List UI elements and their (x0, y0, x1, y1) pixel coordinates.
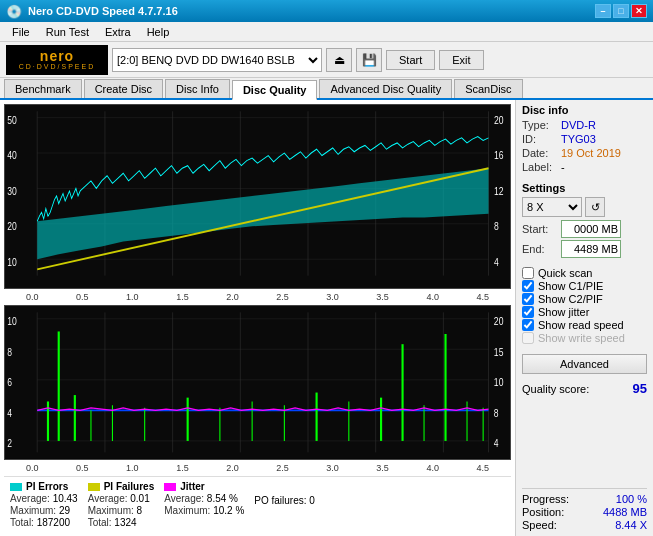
svg-text:40: 40 (7, 151, 17, 162)
top-chart: 50 40 30 20 10 20 16 12 8 4 (4, 104, 511, 289)
bottom-chart: 10 8 6 4 2 20 15 10 8 4 (4, 305, 511, 460)
svg-text:2: 2 (7, 438, 12, 450)
save-button[interactable]: 💾 (356, 48, 382, 72)
title-bar: 💿 Nero CD-DVD Speed 4.7.7.16 – □ ✕ (0, 0, 653, 22)
close-button[interactable]: ✕ (631, 4, 647, 18)
tabs: Benchmark Create Disc Disc Info Disc Qua… (0, 78, 653, 100)
nero-logo-text: nero (40, 49, 74, 63)
speed-label: Speed: (522, 519, 557, 531)
disc-id-row: ID: TYG03 (522, 133, 647, 145)
menu-help[interactable]: Help (139, 24, 178, 40)
show-c2-pif-checkbox[interactable] (522, 293, 534, 305)
menu-file[interactable]: File (4, 24, 38, 40)
end-mb-row: End: (522, 240, 647, 258)
disc-date-value: 19 Oct 2019 (561, 147, 621, 159)
tab-scandisc[interactable]: ScanDisc (454, 79, 522, 98)
svg-text:20: 20 (494, 115, 504, 126)
jitter-stat: Jitter Average: 8.54 % Maximum: 10.2 % (164, 481, 244, 528)
quality-score-label: Quality score: (522, 383, 589, 395)
pi-failures-avg: 0.01 (130, 493, 149, 504)
toolbar: nero CD·DVD/SPEED [2:0] BENQ DVD DD DW16… (0, 42, 653, 78)
settings-section: Settings 8 X ↺ Start: End: (522, 182, 647, 260)
refresh-button[interactable]: ↺ (585, 197, 605, 217)
show-jitter-row: Show jitter (522, 306, 647, 318)
svg-text:4: 4 (494, 257, 499, 268)
disc-label-value: - (561, 161, 565, 173)
start-mb-label: Start: (522, 223, 557, 235)
speed-value: 8.44 X (615, 519, 647, 531)
pi-errors-max: 29 (59, 505, 70, 516)
show-jitter-checkbox[interactable] (522, 306, 534, 318)
advanced-button[interactable]: Advanced (522, 354, 647, 374)
drive-select[interactable]: [2:0] BENQ DVD DD DW1640 BSLB (112, 48, 322, 72)
disc-id-value: TYG03 (561, 133, 596, 145)
pi-failures-label: PI Failures (104, 481, 155, 492)
show-c2-pif-label: Show C2/PIF (538, 293, 603, 305)
position-row: Position: 4488 MB (522, 506, 647, 518)
svg-rect-26 (5, 306, 510, 459)
show-c1-pie-checkbox[interactable] (522, 280, 534, 292)
quick-scan-label: Quick scan (538, 267, 592, 279)
exit-button[interactable]: Exit (439, 50, 483, 70)
top-chart-x-axis: 0.0 0.5 1.0 1.5 2.0 2.5 3.0 3.5 4.0 4.5 (4, 291, 511, 303)
pi-failures-color (88, 483, 100, 491)
eject-button[interactable]: ⏏ (326, 48, 352, 72)
minimize-button[interactable]: – (595, 4, 611, 18)
nero-logo: nero CD·DVD/SPEED (6, 45, 108, 75)
quality-score-row: Quality score: 95 (522, 381, 647, 396)
svg-text:50: 50 (7, 115, 17, 126)
maximize-button[interactable]: □ (613, 4, 629, 18)
speed-select[interactable]: 8 X (522, 197, 582, 217)
svg-text:15: 15 (494, 346, 504, 358)
end-mb-input[interactable] (561, 240, 621, 258)
tab-disc-info[interactable]: Disc Info (165, 79, 230, 98)
start-mb-input[interactable] (561, 220, 621, 238)
settings-title: Settings (522, 182, 647, 194)
chart-area: 50 40 30 20 10 20 16 12 8 4 0.0 0.5 1.0 … (0, 100, 515, 536)
tab-benchmark[interactable]: Benchmark (4, 79, 82, 98)
show-read-speed-row: Show read speed (522, 319, 647, 331)
svg-text:30: 30 (7, 186, 17, 197)
progress-row: Progress: 100 % (522, 493, 647, 505)
jitter-label: Jitter (180, 481, 204, 492)
start-button[interactable]: Start (386, 50, 435, 70)
svg-text:10: 10 (7, 316, 17, 328)
start-mb-row: Start: (522, 220, 647, 238)
position-value: 4488 MB (603, 506, 647, 518)
disc-id-label: ID: (522, 133, 557, 145)
jitter-max: 10.2 % (213, 505, 244, 516)
menu-run-test[interactable]: Run Test (38, 24, 97, 40)
show-read-speed-checkbox[interactable] (522, 319, 534, 331)
title-bar-title: Nero CD-DVD Speed 4.7.7.16 (28, 5, 595, 17)
quick-scan-checkbox[interactable] (522, 267, 534, 279)
position-label: Position: (522, 506, 564, 518)
pi-errors-avg: 10.43 (53, 493, 78, 504)
po-failures-stat: PO failures: 0 (254, 481, 315, 528)
progress-value: 100 % (616, 493, 647, 505)
tab-disc-quality[interactable]: Disc Quality (232, 80, 318, 100)
tab-create-disc[interactable]: Create Disc (84, 79, 163, 98)
show-write-speed-checkbox[interactable] (522, 332, 534, 344)
svg-text:8: 8 (7, 346, 12, 358)
quality-score-value: 95 (633, 381, 647, 396)
po-failures-label: PO failures: (254, 495, 306, 506)
pi-failures-stat: PI Failures Average: 0.01 Maximum: 8 Tot… (88, 481, 155, 528)
svg-text:16: 16 (494, 151, 504, 162)
disc-date-row: Date: 19 Oct 2019 (522, 147, 647, 159)
jitter-avg: 8.54 % (207, 493, 238, 504)
quick-scan-row: Quick scan (522, 267, 647, 279)
disc-type-label: Type: (522, 119, 557, 131)
title-bar-icon: 💿 (6, 4, 22, 19)
show-c1-pie-row: Show C1/PIE (522, 280, 647, 292)
menu-extra[interactable]: Extra (97, 24, 139, 40)
disc-type-value: DVD-R (561, 119, 596, 131)
svg-text:8: 8 (494, 407, 499, 419)
pi-failures-total: 1324 (114, 517, 136, 528)
bottom-chart-svg: 10 8 6 4 2 20 15 10 8 4 (5, 306, 510, 459)
tab-advanced-disc-quality[interactable]: Advanced Disc Quality (319, 79, 452, 98)
speed-settings-row: 8 X ↺ (522, 197, 647, 217)
show-read-speed-label: Show read speed (538, 319, 624, 331)
end-mb-label: End: (522, 243, 557, 255)
disc-info-title: Disc info (522, 104, 647, 116)
show-c1-pie-label: Show C1/PIE (538, 280, 603, 292)
